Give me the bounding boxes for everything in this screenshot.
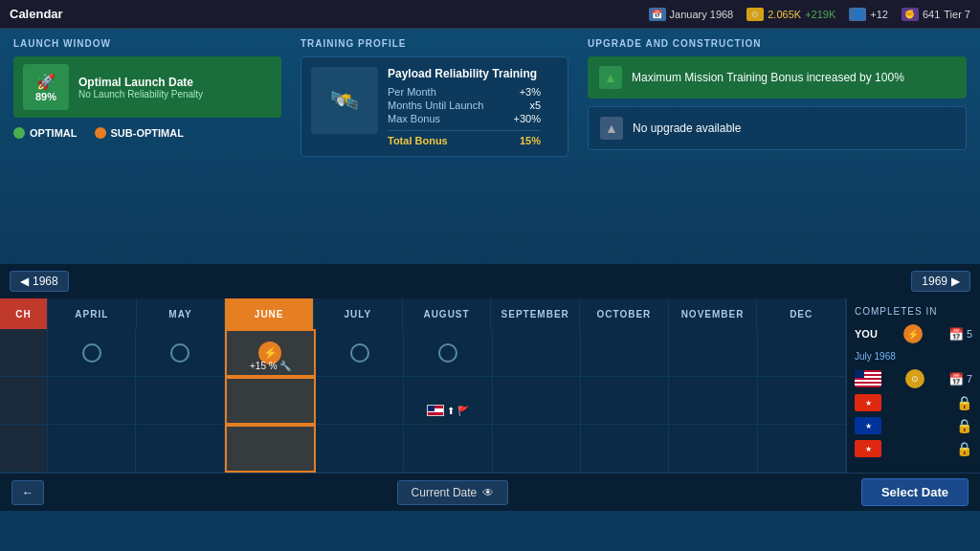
legend-optimal: OPTIMAL: [13, 127, 78, 139]
optimal-date-sub: No Launch Reliability Penalty: [78, 89, 203, 99]
money-display: ⊙ 2.065K +219K: [746, 8, 835, 21]
marker-may: [170, 343, 189, 363]
total-val: 15%: [520, 135, 541, 146]
month-header-jul: JULY: [314, 298, 403, 329]
calendar-body: CH APRIL MAY JUNE JULY AUGUST SEPTEMBER …: [0, 298, 980, 473]
flag-us-aug: [427, 405, 444, 416]
month-header-jun: JUNE: [225, 298, 314, 329]
upgrade-item-2: ▲ No upgrade available: [588, 106, 967, 150]
cell-mar-2[interactable]: [0, 377, 48, 425]
personnel-display: 👤 +12: [849, 8, 888, 21]
cell-oct-3[interactable]: [581, 425, 669, 473]
optimal-date-label: Optimal Launch Date: [78, 76, 203, 89]
cell-dec-1[interactable]: [758, 329, 846, 377]
cell-oct-1[interactable]: [581, 329, 669, 377]
you-days-val: 5: [967, 328, 972, 340]
rocket-icon: 🚀: [36, 73, 56, 91]
cell-aug-3[interactable]: [404, 425, 492, 473]
month-header-mar: CH: [0, 298, 48, 329]
cell-may-1[interactable]: [136, 329, 224, 377]
cell-jun-2[interactable]: [225, 377, 316, 425]
months-val: x5: [529, 99, 541, 111]
cell-jun-3[interactable]: [225, 425, 316, 473]
cell-dec-2[interactable]: [758, 377, 846, 425]
training-name: Payload Reliability Training: [388, 67, 541, 80]
launch-percent: 89%: [35, 91, 56, 102]
select-date-button[interactable]: Select Date: [861, 478, 969, 506]
flag-icon-2: ⬆: [447, 406, 455, 416]
legend: OPTIMAL SUB-OPTIMAL: [13, 127, 281, 139]
upgrade-text-1: Maximum Mission Training Bonus increased…: [632, 71, 904, 84]
coin-header-icon: ⊙: [746, 8, 764, 21]
month-header-oct: OCTOBER: [580, 298, 669, 329]
cell-oct-2[interactable]: [581, 377, 669, 425]
comp1-coin: ⊙: [905, 369, 924, 388]
training-details: Payload Reliability Training Per Month +…: [388, 67, 541, 146]
cell-apr-1[interactable]: [48, 329, 136, 377]
badge-icon: 🔧: [279, 361, 291, 371]
prev-year-btn[interactable]: ◀ 1968: [10, 271, 69, 292]
cell-nov-2[interactable]: [669, 377, 757, 425]
app-title: Calendar: [10, 7, 63, 21]
circle-may: [170, 343, 189, 363]
calendar-row-1: ⚡ +15 % 🔧: [0, 329, 846, 377]
stat-max-bonus: Max Bonus +30%: [388, 113, 541, 124]
month-header-aug: AUGUST: [403, 298, 492, 329]
circle-jul: [350, 343, 369, 363]
cell-nov-1[interactable]: [669, 329, 757, 377]
month-header-apr: APRIL: [48, 298, 137, 329]
cell-mar-3[interactable]: [0, 425, 48, 473]
eye-icon: 👁: [482, 486, 494, 499]
flag-comp4: ★: [855, 440, 881, 457]
money-amount: 2.065K: [768, 9, 801, 20]
bottom-bar: ← Current Date 👁 Select Date: [0, 473, 980, 511]
back-arrow-icon: ←: [22, 486, 33, 499]
comp1-days: 📅 7: [948, 372, 972, 386]
cell-may-3[interactable]: [136, 425, 224, 473]
cell-apr-2[interactable]: [48, 377, 136, 425]
left-arrow-icon: ◀: [20, 275, 29, 288]
upgrade-arrow-gray: ▲: [600, 117, 623, 140]
prev-year-label: 1968: [33, 275, 58, 288]
current-date-button[interactable]: Current Date 👁: [397, 480, 509, 505]
cell-dec-3[interactable]: [758, 425, 846, 473]
cell-jun-1[interactable]: ⚡ +15 % 🔧: [225, 329, 316, 377]
cell-may-2[interactable]: [136, 377, 224, 425]
total-bonus: Total Bonus 15%: [388, 130, 541, 146]
cell-sep-3[interactable]: [493, 425, 581, 473]
cell-jul-1[interactable]: [316, 329, 404, 377]
cell-jul-3[interactable]: [316, 425, 404, 473]
upgrade-title: UPGRADE AND CONSTRUCTION: [588, 38, 967, 49]
tier-label: Tier 7: [944, 9, 970, 20]
cell-apr-3[interactable]: [48, 425, 136, 473]
max-bonus-val: +30%: [514, 113, 541, 124]
cell-mar-1[interactable]: [0, 329, 48, 377]
china-flag-2: ★: [855, 394, 881, 411]
right-arrow-icon: ▶: [951, 275, 960, 288]
you-days: 📅 5: [948, 327, 972, 342]
launch-icon-box: 🚀 89%: [23, 64, 69, 110]
cell-sep-1[interactable]: [493, 329, 581, 377]
cell-aug-1[interactable]: [404, 329, 492, 377]
legend-suboptimal-label: SUB-OPTIMAL: [111, 127, 184, 139]
cell-aug-2[interactable]: ⬆ 🚩: [404, 377, 492, 425]
next-year-btn[interactable]: 1969 ▶: [911, 271, 970, 292]
upgrade-item-1: ▲ Maximum Mission Training Bonus increas…: [588, 56, 967, 99]
launch-info: Optimal Launch Date No Launch Reliabilit…: [78, 76, 203, 99]
lock-icon-4: 🔒: [956, 441, 972, 456]
comp1-days-val: 7: [967, 373, 972, 385]
comp1-row: ⊙ 📅 7: [855, 369, 972, 388]
cell-jul-2[interactable]: [316, 377, 404, 425]
stat-per-month: Per Month +3%: [388, 86, 541, 98]
circle-apr: [82, 343, 101, 363]
comp3-row: ★ 🔒: [855, 417, 972, 434]
lock-icon-3: 🔒: [956, 418, 972, 433]
cell-sep-2[interactable]: [493, 377, 581, 425]
you-icon: ⚡: [903, 324, 923, 343]
morale-display: ✊ 641 Tier 7: [902, 8, 970, 21]
back-button[interactable]: ←: [11, 480, 44, 505]
dot-suboptimal: [95, 127, 106, 139]
per-month-label: Per Month: [388, 86, 436, 98]
cell-nov-3[interactable]: [669, 425, 757, 473]
upgrade-panel: UPGRADE AND CONSTRUCTION ▲ Maximum Missi…: [588, 38, 967, 254]
